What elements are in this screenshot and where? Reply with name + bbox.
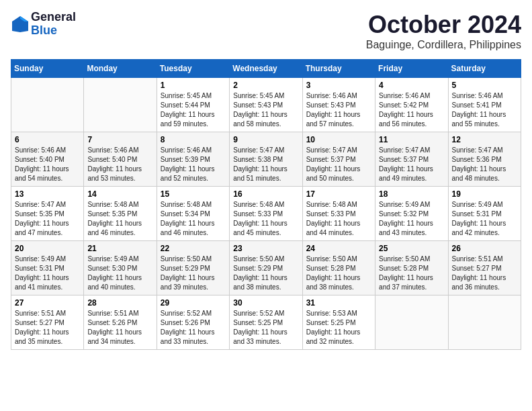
- day-detail: Sunrise: 5:50 AMSunset: 5:28 PMDaylight:…: [379, 255, 444, 292]
- week-row-5: 27 Sunrise: 5:51 AMSunset: 5:27 PMDaylig…: [11, 295, 521, 350]
- calendar-cell: 18 Sunrise: 5:49 AMSunset: 5:32 PMDaylig…: [375, 187, 448, 241]
- day-detail: Sunrise: 5:47 AMSunset: 5:37 PMDaylight:…: [379, 146, 444, 183]
- day-detail: Sunrise: 5:46 AMSunset: 5:39 PMDaylight:…: [161, 146, 226, 183]
- day-number: 5: [452, 81, 517, 90]
- week-row-3: 13 Sunrise: 5:47 AMSunset: 5:35 PMDaylig…: [11, 187, 521, 241]
- day-detail: Sunrise: 5:46 AMSunset: 5:40 PMDaylight:…: [15, 146, 80, 183]
- day-number: 6: [15, 135, 80, 144]
- day-detail: Sunrise: 5:46 AMSunset: 5:41 PMDaylight:…: [452, 91, 517, 129]
- page-header: General Blue October 2024 Baguinge, Cord…: [11, 11, 521, 51]
- logo-name-line2: Blue: [31, 24, 76, 38]
- day-detail: Sunrise: 5:47 AMSunset: 5:38 PMDaylight:…: [233, 146, 298, 183]
- day-number: 7: [87, 135, 152, 144]
- day-number: 20: [15, 244, 80, 253]
- day-number: 18: [379, 189, 444, 199]
- header-cell-tuesday: Tuesday: [157, 60, 229, 78]
- day-detail: Sunrise: 5:51 AMSunset: 5:27 PMDaylight:…: [15, 309, 80, 347]
- calendar-table: SundayMondayTuesdayWednesdayThursdayFrid…: [11, 59, 521, 350]
- calendar-cell: 16 Sunrise: 5:48 AMSunset: 5:33 PMDaylig…: [230, 187, 302, 241]
- day-number: 4: [379, 81, 444, 90]
- calendar-cell: [375, 295, 448, 350]
- day-number: 12: [452, 135, 517, 144]
- day-number: 31: [306, 298, 371, 308]
- day-number: 30: [233, 298, 298, 308]
- calendar-cell: 24 Sunrise: 5:50 AMSunset: 5:28 PMDaylig…: [302, 241, 375, 295]
- calendar-cell: 14 Sunrise: 5:48 AMSunset: 5:35 PMDaylig…: [84, 187, 157, 241]
- logo-name-line1: General: [31, 11, 76, 24]
- location-subtitle: Baguinge, Cordillera, Philippines: [366, 39, 521, 51]
- day-detail: Sunrise: 5:46 AMSunset: 5:40 PMDaylight:…: [87, 146, 152, 183]
- logo: General Blue: [11, 11, 76, 38]
- calendar-cell: 19 Sunrise: 5:49 AMSunset: 5:31 PMDaylig…: [448, 187, 521, 241]
- day-detail: Sunrise: 5:49 AMSunset: 5:30 PMDaylight:…: [87, 255, 152, 292]
- calendar-cell: 3 Sunrise: 5:46 AMSunset: 5:43 PMDayligh…: [302, 78, 375, 132]
- day-number: 14: [87, 189, 152, 199]
- day-number: 24: [306, 244, 371, 253]
- day-number: 16: [233, 189, 298, 199]
- calendar-cell: 2 Sunrise: 5:45 AMSunset: 5:43 PMDayligh…: [230, 78, 302, 132]
- day-detail: Sunrise: 5:50 AMSunset: 5:29 PMDaylight:…: [161, 255, 226, 292]
- header-cell-friday: Friday: [375, 60, 448, 78]
- day-number: 23: [233, 244, 298, 253]
- day-number: 13: [15, 189, 80, 199]
- day-detail: Sunrise: 5:46 AMSunset: 5:43 PMDaylight:…: [306, 91, 371, 129]
- calendar-cell: 11 Sunrise: 5:47 AMSunset: 5:37 PMDaylig…: [375, 132, 448, 187]
- day-number: 27: [15, 298, 80, 308]
- day-number: 15: [161, 189, 226, 199]
- day-detail: Sunrise: 5:52 AMSunset: 5:26 PMDaylight:…: [161, 309, 226, 347]
- day-number: 17: [306, 189, 371, 199]
- calendar-cell: 8 Sunrise: 5:46 AMSunset: 5:39 PMDayligh…: [157, 132, 229, 187]
- calendar-cell: 12 Sunrise: 5:47 AMSunset: 5:36 PMDaylig…: [448, 132, 521, 187]
- day-number: 8: [161, 135, 226, 144]
- day-number: 19: [452, 189, 517, 199]
- day-number: 1: [161, 81, 226, 90]
- week-row-4: 20 Sunrise: 5:49 AMSunset: 5:31 PMDaylig…: [11, 241, 521, 295]
- header-cell-monday: Monday: [84, 60, 157, 78]
- day-detail: Sunrise: 5:48 AMSunset: 5:33 PMDaylight:…: [233, 200, 298, 238]
- calendar-cell: 7 Sunrise: 5:46 AMSunset: 5:40 PMDayligh…: [84, 132, 157, 187]
- day-detail: Sunrise: 5:47 AMSunset: 5:37 PMDaylight:…: [306, 146, 371, 183]
- header-cell-saturday: Saturday: [448, 60, 521, 78]
- calendar-cell: 15 Sunrise: 5:48 AMSunset: 5:34 PMDaylig…: [157, 187, 229, 241]
- calendar-cell: 1 Sunrise: 5:45 AMSunset: 5:44 PMDayligh…: [157, 78, 229, 132]
- calendar-cell: 26 Sunrise: 5:51 AMSunset: 5:27 PMDaylig…: [448, 241, 521, 295]
- day-detail: Sunrise: 5:45 AMSunset: 5:43 PMDaylight:…: [233, 91, 298, 129]
- header-cell-wednesday: Wednesday: [230, 60, 302, 78]
- day-detail: Sunrise: 5:47 AMSunset: 5:35 PMDaylight:…: [15, 200, 80, 238]
- calendar-cell: [448, 295, 521, 350]
- calendar-cell: [84, 78, 157, 132]
- calendar-cell: 27 Sunrise: 5:51 AMSunset: 5:27 PMDaylig…: [11, 295, 84, 350]
- day-detail: Sunrise: 5:52 AMSunset: 5:25 PMDaylight:…: [233, 309, 298, 347]
- calendar-cell: 6 Sunrise: 5:46 AMSunset: 5:40 PMDayligh…: [11, 132, 84, 187]
- logo-icon: [11, 15, 30, 34]
- calendar-cell: 4 Sunrise: 5:46 AMSunset: 5:42 PMDayligh…: [375, 78, 448, 132]
- day-detail: Sunrise: 5:50 AMSunset: 5:29 PMDaylight:…: [233, 255, 298, 292]
- calendar-cell: [11, 78, 84, 132]
- day-detail: Sunrise: 5:45 AMSunset: 5:44 PMDaylight:…: [161, 91, 226, 129]
- calendar-body: 1 Sunrise: 5:45 AMSunset: 5:44 PMDayligh…: [11, 78, 521, 350]
- day-number: 25: [379, 244, 444, 253]
- day-number: 2: [233, 81, 298, 90]
- calendar-cell: 9 Sunrise: 5:47 AMSunset: 5:38 PMDayligh…: [230, 132, 302, 187]
- day-detail: Sunrise: 5:49 AMSunset: 5:32 PMDaylight:…: [379, 200, 444, 238]
- month-title: October 2024: [366, 11, 521, 39]
- day-number: 11: [379, 135, 444, 144]
- header-cell-sunday: Sunday: [11, 60, 84, 78]
- day-detail: Sunrise: 5:50 AMSunset: 5:28 PMDaylight:…: [306, 255, 371, 292]
- day-number: 9: [233, 135, 298, 144]
- day-number: 10: [306, 135, 371, 144]
- day-detail: Sunrise: 5:51 AMSunset: 5:27 PMDaylight:…: [452, 255, 517, 292]
- day-number: 29: [161, 298, 226, 308]
- day-detail: Sunrise: 5:51 AMSunset: 5:26 PMDaylight:…: [87, 309, 152, 347]
- day-detail: Sunrise: 5:47 AMSunset: 5:36 PMDaylight:…: [452, 146, 517, 183]
- calendar-cell: 29 Sunrise: 5:52 AMSunset: 5:26 PMDaylig…: [157, 295, 229, 350]
- day-detail: Sunrise: 5:48 AMSunset: 5:35 PMDaylight:…: [87, 200, 152, 238]
- header-row: SundayMondayTuesdayWednesdayThursdayFrid…: [11, 60, 521, 78]
- day-number: 26: [452, 244, 517, 253]
- header-cell-thursday: Thursday: [302, 60, 375, 78]
- calendar-cell: 25 Sunrise: 5:50 AMSunset: 5:28 PMDaylig…: [375, 241, 448, 295]
- calendar-cell: 20 Sunrise: 5:49 AMSunset: 5:31 PMDaylig…: [11, 241, 84, 295]
- day-number: 3: [306, 81, 371, 90]
- calendar-cell: 13 Sunrise: 5:47 AMSunset: 5:35 PMDaylig…: [11, 187, 84, 241]
- calendar-cell: 31 Sunrise: 5:53 AMSunset: 5:25 PMDaylig…: [302, 295, 375, 350]
